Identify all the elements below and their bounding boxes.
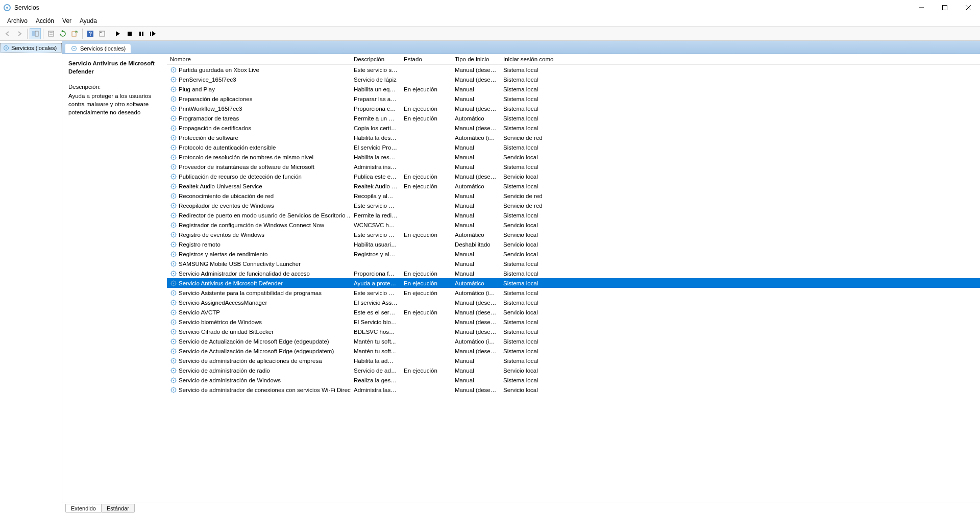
menu-ayuda[interactable]: Ayuda	[76, 16, 101, 26]
column-sesion[interactable]: Iniciar sesión como	[500, 54, 561, 64]
table-row[interactable]: Servicio de administrador de conexiones …	[167, 385, 980, 395]
table-row[interactable]: Realtek Audio Universal ServiceRealtek A…	[167, 181, 980, 191]
cell-estado	[401, 213, 452, 217]
restart-button[interactable]	[148, 28, 159, 39]
tab-extendido[interactable]: Extendido	[65, 504, 102, 513]
table-row[interactable]: Servicio biométrico de WindowsEl Servici…	[167, 317, 980, 327]
cell-nombre: Servicio de Actualización de Microsoft E…	[179, 348, 334, 354]
table-row[interactable]: Partida guardada en Xbox LiveEste servic…	[167, 65, 980, 75]
cell-nombre: Partida guardada en Xbox Live	[179, 67, 259, 73]
menu-accion[interactable]: Acción	[32, 16, 58, 26]
table-row[interactable]: Plug and PlayHabilita un equi...En ejecu…	[167, 84, 980, 94]
table-row[interactable]: Servicio de Actualización de Microsoft E…	[167, 336, 980, 346]
service-icon	[170, 212, 177, 219]
table-row[interactable]: Proveedor de instantáneas de software de…	[167, 162, 980, 172]
table-row[interactable]: Servicio de administración de WindowsRea…	[167, 375, 980, 385]
menu-archivo[interactable]: Archivo	[3, 16, 32, 26]
column-estado[interactable]: Estado	[401, 54, 452, 64]
table-row[interactable]: Servicio AssignedAccessManagerEl servici…	[167, 298, 980, 307]
refresh-button[interactable]	[57, 28, 68, 39]
table-row[interactable]: Protocolo de autenticación extensibleEl …	[167, 142, 980, 152]
table-row[interactable]: Servicio Administrador de funcionalidad …	[167, 268, 980, 278]
pause-button[interactable]	[136, 28, 147, 39]
titlebar: Servicios	[0, 0, 980, 15]
svg-point-77	[173, 321, 175, 323]
table-row[interactable]: Protección de softwareHabilita la desca.…	[167, 133, 980, 142]
cell-nombre: Protocolo de resolución de nombres de mi…	[179, 154, 313, 160]
cell-sesion: Sistema local	[500, 375, 561, 385]
cell-estado	[401, 204, 452, 208]
table-row[interactable]: Propagación de certificadosCopia los cer…	[167, 123, 980, 133]
cell-estado: En ejecución	[401, 84, 452, 94]
cell-sesion: Sistema local	[500, 65, 561, 75]
properties-button[interactable]	[45, 28, 57, 39]
cell-nombre: Servicio de Actualización de Microsoft E…	[179, 338, 329, 345]
table-row[interactable]: SAMSUNG Mobile USB Connectivity Launcher…	[167, 259, 980, 268]
cell-nombre: Reconocimiento de ubicación de red	[179, 193, 274, 199]
cell-tipo: Manual	[452, 142, 500, 153]
cell-descripcion: Habilita la resol...	[351, 152, 401, 162]
svg-point-35	[173, 117, 175, 119]
table-row[interactable]: Registro remotoHabilita usuario...Deshab…	[167, 239, 980, 249]
column-tipo[interactable]: Tipo de inicio	[452, 54, 500, 64]
table-row[interactable]: Protocolo de resolución de nombres de mi…	[167, 152, 980, 162]
cell-descripcion: Servicio de adm...	[351, 365, 401, 376]
cell-sesion: Sistema local	[500, 317, 561, 327]
cell-estado: En ejecución	[401, 230, 452, 240]
tree-root-node[interactable]: Servicios (locales)	[0, 43, 62, 53]
svg-point-21	[6, 47, 7, 49]
tab-estandar[interactable]: Estándar	[101, 504, 135, 513]
table-row[interactable]: Reconocimiento de ubicación de redRecopi…	[167, 191, 980, 201]
cell-nombre: Servicio AVCTP	[179, 309, 220, 315]
column-descripcion[interactable]: Descripción	[351, 54, 401, 64]
minimize-button[interactable]	[910, 0, 933, 15]
cell-descripcion: Administra insta...	[351, 162, 401, 172]
start-button[interactable]	[112, 28, 124, 39]
cell-estado	[401, 155, 452, 159]
table-row[interactable]: Registrador de configuración de Windows …	[167, 220, 980, 230]
cell-tipo: Manual (desen...	[452, 65, 500, 75]
table-row[interactable]: Servicio de administración de aplicacion…	[167, 356, 980, 365]
cell-nombre: Servicio AssignedAccessManager	[179, 300, 267, 306]
table-row[interactable]: Publicación de recurso de detección de f…	[167, 172, 980, 181]
svg-point-25	[173, 69, 175, 70]
stop-button[interactable]	[124, 28, 135, 39]
table-row[interactable]: Servicio Cifrado de unidad BitLockerBDES…	[167, 327, 980, 336]
list-pane[interactable]: Nombre Descripción Estado Tipo de inicio…	[167, 54, 980, 502]
table-row[interactable]: Recopilador de eventos de WindowsEste se…	[167, 201, 980, 210]
service-icon	[170, 163, 177, 170]
close-button[interactable]	[957, 0, 980, 15]
menubar: Archivo Acción Ver Ayuda	[0, 15, 980, 27]
table-row[interactable]: Registros y alertas de rendimientoRegist…	[167, 249, 980, 259]
export-button[interactable]	[69, 28, 80, 39]
cell-sesion: Sistema local	[500, 142, 561, 153]
svg-rect-8	[48, 31, 54, 36]
service-icon	[170, 251, 177, 258]
maximize-button[interactable]	[933, 0, 957, 15]
table-row[interactable]: Servicio de administración de radioServi…	[167, 365, 980, 375]
menu-ver[interactable]: Ver	[58, 16, 76, 26]
cell-estado	[401, 262, 452, 266]
table-row[interactable]: Servicio AVCTPEste es el servici...En ej…	[167, 307, 980, 317]
help-button[interactable]: ?	[85, 28, 96, 39]
table-row[interactable]: Redirector de puerto en modo usuario de …	[167, 210, 980, 220]
table-row[interactable]: PrintWorkflow_165f7ec3Proporciona co...E…	[167, 104, 980, 113]
cell-tipo: Automático	[452, 230, 500, 240]
table-row[interactable]: PenService_165f7ec3Servicio de lápizManu…	[167, 75, 980, 84]
table-row[interactable]: Preparación de aplicacionesPreparar las …	[167, 94, 980, 104]
table-row[interactable]: Servicio de Actualización de Microsoft E…	[167, 346, 980, 356]
table-row[interactable]: Servicio Antivirus de Microsoft Defender…	[167, 278, 980, 288]
svg-point-69	[173, 282, 175, 284]
column-nombre[interactable]: Nombre	[167, 54, 351, 64]
table-row[interactable]: Registro de eventos de WindowsEste servi…	[167, 230, 980, 239]
show-hide-tree-button[interactable]	[30, 28, 41, 39]
cell-sesion: Sistema local	[500, 298, 561, 308]
view-button[interactable]	[96, 28, 108, 39]
table-row[interactable]: Programador de tareasPermite a un us...E…	[167, 113, 980, 123]
cell-tipo: Manual (desen...	[452, 75, 500, 85]
cell-estado: En ejecución	[401, 104, 452, 114]
service-icon	[170, 309, 177, 316]
cell-tipo: Manual (desen...	[452, 317, 500, 327]
cell-tipo: Manual	[452, 162, 500, 172]
table-row[interactable]: Servicio Asistente para la compatibilida…	[167, 288, 980, 298]
